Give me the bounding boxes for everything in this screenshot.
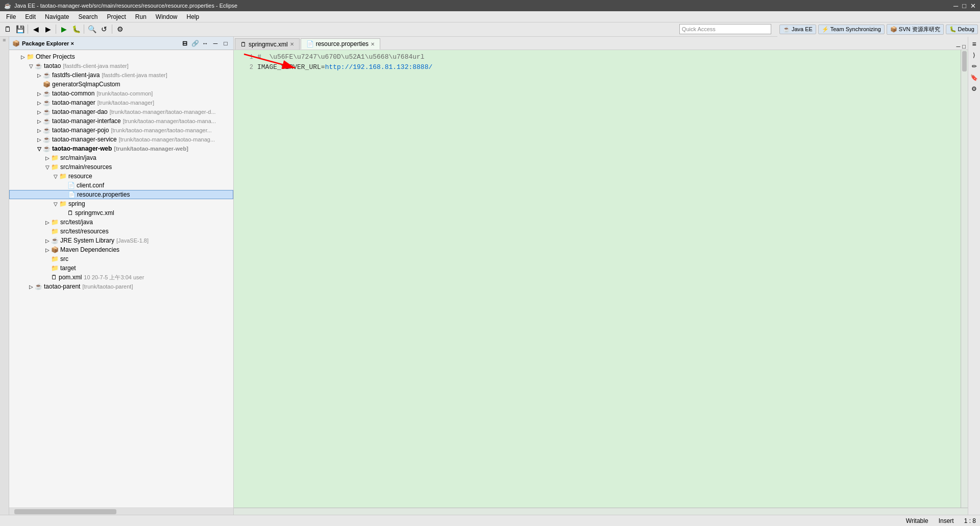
editor-vertical-scrollbar[interactable] xyxy=(961,50,968,508)
src-main-resources-icon: 📁 xyxy=(51,163,59,171)
toolbar-search-btn[interactable]: 🔍 xyxy=(86,23,97,35)
perspective-svn[interactable]: 📦 SVN 资源库研究 xyxy=(887,24,944,35)
tree-taotao-manager-web[interactable]: ▽ ☕ taotao-manager-web [trunk/taotao-man… xyxy=(9,144,233,153)
status-position: 1 : 8 xyxy=(964,517,976,524)
toolbar-row: 🗒 💾 ◀ ▶ ▶ 🐛 🔍 ↺ ⚙ Quick Access ☕ Java EE… xyxy=(0,22,980,37)
tab-maximize-btn[interactable]: □ xyxy=(962,43,966,50)
menu-navigate[interactable]: Navigate xyxy=(41,12,73,21)
springmvc-xml-tab-close[interactable]: ✕ xyxy=(290,41,294,47)
taotao-manager-dao-icon: ☕ xyxy=(43,108,51,115)
tab-springmvc-xml[interactable]: 🗒 springmvc.xml ✕ xyxy=(235,38,300,50)
jre-icon: ☕ xyxy=(51,237,59,244)
tree-taotao-manager-dao[interactable]: ▷ ☕ taotao-manager-dao [trunk/taotao-man… xyxy=(9,107,233,116)
main-container: ≡ 📦 Package Explorer × ⊟ 🔗 ↔ ─ □ ▷ 📁 Oth… xyxy=(0,37,980,515)
right-btn-2[interactable]: ⟩ xyxy=(969,50,979,60)
toolbar-new-btn[interactable]: 🗒 xyxy=(2,23,13,35)
taotao-manager-web-icon: ☕ xyxy=(43,145,51,152)
sidebar-collapse-btn[interactable]: ⊟ xyxy=(180,39,189,48)
tree-fastdfs[interactable]: ▷ ☕ fastdfs-client-java [fastdfs-client-… xyxy=(9,70,233,80)
tree-resource-folder[interactable]: ▽ 📁 resource xyxy=(9,172,233,181)
editor-content[interactable]: 1 # \u56FE\u7247\u670D\u52A1\u5668\u7684… xyxy=(234,50,961,508)
editor-horizontal-scrollbar[interactable] xyxy=(234,508,968,515)
right-btn-3[interactable]: ✏ xyxy=(969,61,979,71)
toolbar-debug-btn[interactable]: 🐛 xyxy=(70,23,82,35)
resource-properties-icon: 📄 xyxy=(68,191,76,198)
perspective-debug[interactable]: 🐛 Debug xyxy=(946,25,978,34)
resource-properties-tab-label: resource.properties xyxy=(316,40,369,47)
tree-src-main-java[interactable]: ▷ 📁 src/main/java xyxy=(9,153,233,162)
window-controls: ─ □ ✕ xyxy=(953,2,976,10)
menu-help[interactable]: Help xyxy=(183,12,204,21)
menu-file[interactable]: File xyxy=(2,12,20,21)
menu-edit[interactable]: Edit xyxy=(21,12,40,21)
fastdfs-icon: ☕ xyxy=(43,71,51,79)
tree-springmvc-xml[interactable]: 🗒 springmvc.xml xyxy=(9,208,233,218)
tree-target[interactable]: 📁 target xyxy=(9,264,233,273)
editor-tabs: 🗒 springmvc.xml ✕ 📄 resource.properties … xyxy=(234,37,968,50)
left-edge-icon[interactable]: ≡ xyxy=(2,39,7,42)
toolbar-more-btn[interactable]: ⚙ xyxy=(114,23,126,35)
resource-properties-tab-close[interactable]: ✕ xyxy=(371,41,375,47)
menu-search[interactable]: Search xyxy=(74,12,102,21)
tree-resource-properties[interactable]: 📄 resource.properties xyxy=(9,190,233,199)
tree-src-main-resources[interactable]: ▽ 📁 src/main/resources xyxy=(9,162,233,172)
menu-run[interactable]: Run xyxy=(131,12,151,21)
minimize-button[interactable]: ─ xyxy=(953,2,958,10)
toolbar-back-btn[interactable]: ◀ xyxy=(30,23,41,35)
tree-taotao-manager-pojo[interactable]: ▷ ☕ taotao-manager-pojo [trunk/taotao-ma… xyxy=(9,126,233,135)
target-icon: 📁 xyxy=(51,265,59,272)
project-tree[interactable]: ▷ 📁 Other Projects ▽ ☕ taotao [fastdfs-c… xyxy=(9,50,233,508)
tree-taotao-parent[interactable]: ▷ ☕ taotao-parent [trunk/taotao-parent] xyxy=(9,282,233,291)
right-btn-1[interactable]: ≡ xyxy=(969,39,979,49)
perspective-java-ee[interactable]: ☕ Java EE xyxy=(779,25,816,34)
toolbar-save-btn[interactable]: 💾 xyxy=(14,23,26,35)
toolbar-refresh-btn[interactable]: ↺ xyxy=(99,23,110,35)
sidebar-sync-btn[interactable]: ↔ xyxy=(201,39,210,48)
sidebar-scrollbar[interactable] xyxy=(9,508,233,515)
taotao-manager-service-icon: ☕ xyxy=(43,136,51,143)
resource-properties-tab-icon: 📄 xyxy=(306,40,314,47)
right-side-panel: ≡ ⟩ ✏ 🔖 ⚙ xyxy=(968,37,980,515)
tree-spring-folder[interactable]: ▽ 📁 spring xyxy=(9,199,233,208)
right-btn-4[interactable]: 🔖 xyxy=(969,73,979,83)
tree-pom-xml[interactable]: 🗒 pom.xml 10 20-7-5 上午3:04 user xyxy=(9,273,233,282)
tree-taotao-manager-service[interactable]: ▷ ☕ taotao-manager-service [trunk/taotao… xyxy=(9,135,233,144)
toolbar-fwd-btn[interactable]: ▶ xyxy=(42,23,54,35)
code-line-1-text: # \u56FE\u7247\u670D\u52A1\u5668\u7684ur… xyxy=(257,52,425,62)
menu-window[interactable]: Window xyxy=(152,12,182,21)
tree-other-projects[interactable]: ▷ 📁 Other Projects xyxy=(9,52,233,61)
tab-minimize-btn[interactable]: ─ xyxy=(957,43,961,50)
tree-generator[interactable]: 📦 generatorSqlmapCustom xyxy=(9,80,233,89)
right-btn-5[interactable]: ⚙ xyxy=(969,84,979,94)
tree-src[interactable]: 📁 src xyxy=(9,254,233,264)
perspective-team-sync[interactable]: ⚡ Team Synchronizing xyxy=(818,25,885,34)
toolbar-sep-2 xyxy=(56,25,56,34)
menu-project[interactable]: Project xyxy=(103,12,130,21)
tree-taotao[interactable]: ▽ ☕ taotao [fastdfs-client-java master] xyxy=(9,61,233,70)
tree-taotao-common[interactable]: ▷ ☕ taotao-common [trunk/taotao-common] xyxy=(9,89,233,98)
tree-src-test-java[interactable]: ▷ 📁 src/test/java xyxy=(9,218,233,227)
editor-area: 🗒 springmvc.xml ✕ 📄 resource.properties … xyxy=(234,37,968,515)
sidebar-maximize-btn[interactable]: □ xyxy=(221,39,230,48)
maximize-button[interactable]: □ xyxy=(962,2,966,10)
other-projects-icon: 📁 xyxy=(27,53,34,60)
tree-taotao-manager-interface[interactable]: ▷ ☕ taotao-manager-interface [trunk/taot… xyxy=(9,116,233,126)
toolbar-sep-4 xyxy=(112,25,112,34)
tree-taotao-manager[interactable]: ▷ ☕ taotao-manager [trunk/taotao-manager… xyxy=(9,98,233,107)
tree-jre-system-library[interactable]: ▷ ☕ JRE System Library [JavaSE-1.8] xyxy=(9,236,233,245)
vscroll-thumb[interactable] xyxy=(962,51,967,71)
generator-icon: 📦 xyxy=(43,81,51,88)
line-num-1: 1 xyxy=(238,52,253,62)
tab-resource-properties[interactable]: 📄 resource.properties ✕ xyxy=(301,38,380,50)
toolbar-run-btn[interactable]: ▶ xyxy=(58,23,69,35)
sidebar-minimize-btn[interactable]: ─ xyxy=(211,39,220,48)
code-line-1: 1 # \u56FE\u7247\u670D\u52A1\u5668\u7684… xyxy=(238,52,957,62)
perspective-bar: ☕ Java EE ⚡ Team Synchronizing 📦 SVN 资源库… xyxy=(777,22,980,37)
tree-maven-dependencies[interactable]: ▷ 📦 Maven Dependencies xyxy=(9,245,233,254)
sidebar-link-btn[interactable]: 🔗 xyxy=(190,39,200,48)
tree-client-conf[interactable]: 📄 client.conf xyxy=(9,181,233,190)
tree-src-test-resources[interactable]: 📁 src/test/resources xyxy=(9,227,233,236)
quick-access-box[interactable]: Quick Access xyxy=(679,24,771,34)
close-button[interactable]: ✕ xyxy=(970,2,976,10)
resource-folder-icon: 📁 xyxy=(59,173,67,180)
